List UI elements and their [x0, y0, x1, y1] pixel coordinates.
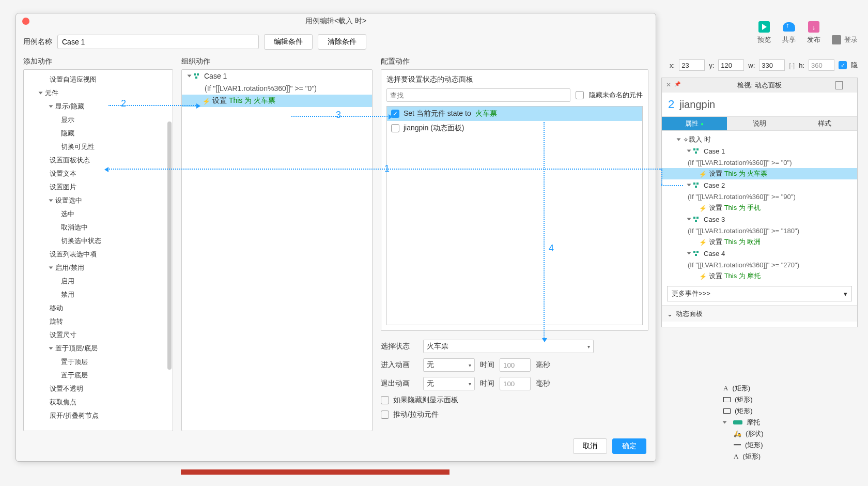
case-row[interactable]: Case 2 [662, 179, 857, 191]
action-set-size[interactable]: 设置尺寸 [24, 328, 173, 342]
pin-icon[interactable]: 📌 [674, 81, 680, 87]
case-name-input[interactable] [57, 35, 259, 49]
svg-rect-2 [695, 151, 697, 154]
anim-in-dropdown[interactable]: 无▾ [423, 358, 475, 372]
cfg-row-checkbox[interactable] [391, 124, 399, 132]
tab-properties[interactable]: 属性● [662, 116, 727, 131]
case-row[interactable]: Case 4 [662, 248, 857, 259]
action-toggle-selected[interactable]: 切换选中状态 [24, 234, 173, 248]
outline-item[interactable]: (矩形) [713, 405, 847, 417]
outline-group[interactable]: 摩托 [713, 417, 847, 428]
tab-style[interactable]: 样式 [792, 116, 857, 131]
svg-rect-5 [695, 186, 697, 188]
login-link[interactable]: 登录 [832, 35, 858, 44]
anim-out-dropdown[interactable]: 无▾ [423, 377, 475, 390]
case-action[interactable]: 设置 This 为 摩托 [662, 270, 857, 282]
cfg-target-row[interactable]: jiangpin (动态面板) [387, 121, 642, 135]
action-move[interactable]: 移动 [24, 301, 173, 315]
cfg-search-input[interactable] [386, 88, 570, 102]
hide-unnamed-checkbox[interactable] [576, 91, 584, 99]
w-field[interactable]: 330 [759, 59, 785, 71]
ms-label: 毫秒 [536, 379, 550, 388]
close-icon[interactable]: ✕ [666, 81, 671, 88]
section-dynamic-panel[interactable]: ⌄动态面板 [662, 306, 857, 322]
group-front-back[interactable]: 置于顶层/底层 [24, 342, 173, 355]
case-action[interactable]: 设置 This 为 手机 [662, 202, 857, 214]
cancel-button[interactable]: 取消 [573, 438, 607, 454]
action-expand-collapse[interactable]: 展开/折叠树节点 [24, 409, 173, 422]
action-hide[interactable]: 隐藏 [24, 127, 173, 140]
case-editor-dialog: 用例编辑<载入 时> 用例名称 编辑条件 清除条件 添加动作 设置自适应视图 元… [16, 13, 656, 462]
h-field[interactable]: 360 [809, 59, 834, 71]
action-set-image[interactable]: 设置图片 [24, 180, 173, 194]
outline-item[interactable]: (矩形) [713, 394, 847, 405]
action-toggle-visibility[interactable]: 切换可见性 [24, 140, 173, 154]
action-set-panel-state[interactable]: 设置面板状态 [24, 154, 173, 167]
outline-item[interactable]: 🛵(形状) [713, 428, 847, 439]
action-set-list-selected[interactable]: 设置列表选中项 [24, 248, 173, 261]
y-field[interactable]: 120 [718, 59, 744, 71]
event-onload[interactable]: ✧ 载入 时 [662, 134, 857, 145]
group-widgets[interactable]: 元件 [24, 86, 173, 100]
svg-rect-0 [693, 148, 695, 150]
org-case-row[interactable]: Case 1 [182, 70, 372, 82]
annotation-line [107, 169, 661, 170]
action-enable[interactable]: 启用 [24, 275, 173, 288]
doc-icon[interactable] [835, 81, 843, 89]
scrollbar[interactable] [167, 122, 172, 370]
group-enable-disable[interactable]: 启用/禁用 [24, 261, 173, 275]
action-rotate[interactable]: 旋转 [24, 315, 173, 328]
anim-out-time-input[interactable] [500, 377, 531, 390]
case-row[interactable]: Case 3 [662, 214, 857, 225]
annotation-2: 2 [668, 98, 674, 111]
red-underline [181, 469, 450, 475]
show-if-hidden-checkbox[interactable] [381, 396, 389, 404]
case-action[interactable]: 设置 This 为 欧洲 [662, 236, 857, 248]
outline-item[interactable]: A(矩形) [713, 383, 847, 394]
case-action[interactable]: 设置 This 为 火车票 [662, 168, 857, 179]
action-deselect[interactable]: 取消选中 [24, 221, 173, 234]
avatar-icon [832, 35, 841, 44]
action-select[interactable]: 选中 [24, 207, 173, 221]
svg-rect-8 [695, 220, 697, 222]
svg-rect-7 [696, 217, 699, 219]
action-focus[interactable]: 获取焦点 [24, 396, 173, 409]
x-field[interactable]: 23 [679, 59, 705, 71]
action-set-opacity[interactable]: 设置不透明 [24, 382, 173, 396]
tab-notes[interactable]: 说明 [727, 116, 792, 131]
annotation-line [544, 122, 545, 339]
group-show-hide[interactable]: 显示/隐藏 [24, 100, 173, 113]
action-adaptive-view[interactable]: 设置自适应视图 [24, 73, 173, 86]
share-button[interactable]: 共享 [782, 21, 796, 44]
outline-item[interactable]: (矩形) [713, 439, 847, 451]
select-state-dropdown[interactable]: 火车票▾ [423, 340, 594, 353]
publish-label: 发布 [807, 35, 820, 44]
edit-condition-button[interactable]: 编辑条件 [264, 34, 313, 50]
action-disable[interactable]: 禁用 [24, 288, 173, 301]
case-cond: (If "[[LVAR1.rotation%360]]" >= "180") [662, 225, 857, 236]
case-row[interactable]: Case 1 [662, 145, 857, 157]
more-events-dropdown[interactable]: 更多事件>>>▾ [667, 286, 852, 301]
hidden-checkbox[interactable]: ✓ [839, 61, 847, 69]
svg-rect-1 [696, 148, 699, 150]
case-cond: (If "[[LVAR1.rotation%360]]" >= "90") [662, 191, 857, 202]
preview-button[interactable]: 预览 [757, 21, 771, 44]
clear-condition-button[interactable]: 清除条件 [318, 34, 366, 50]
annotation-3: 3 [336, 110, 341, 120]
outline-item[interactable]: A(矩形) [713, 451, 847, 462]
close-window-button[interactable] [22, 18, 29, 25]
time-label: 时间 [480, 379, 494, 388]
action-bring-front[interactable]: 置于顶层 [24, 355, 173, 369]
cfg-target-row[interactable]: ✓ Set 当前元件 state to 火车票 [387, 107, 642, 121]
col-org-title: 组织动作 [181, 57, 373, 66]
action-show[interactable]: 显示 [24, 113, 173, 127]
org-action-selected[interactable]: 设置 This 为 火车票 [182, 95, 372, 107]
push-pull-checkbox[interactable] [381, 411, 389, 419]
action-send-back[interactable]: 置于底层 [24, 369, 173, 382]
publish-button[interactable]: ↓发布 [807, 21, 820, 44]
group-set-selected[interactable]: 设置选中 [24, 194, 173, 207]
ok-button[interactable]: 确定 [612, 438, 646, 454]
widget-name[interactable]: jiangpin [679, 99, 715, 111]
time-label: 时间 [480, 360, 494, 370]
anim-in-time-input[interactable] [500, 358, 531, 372]
